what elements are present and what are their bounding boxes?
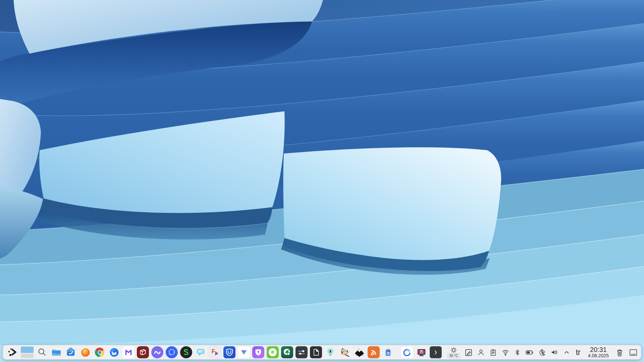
virtual-desktop-pager[interactable] [21, 347, 34, 358]
trash-icon [615, 348, 624, 357]
keyboard-layout-indicator[interactable]: tr [576, 348, 581, 357]
app-gimp[interactable] [339, 346, 351, 358]
proton-mail-icon [123, 347, 134, 358]
app-zeal[interactable] [324, 346, 336, 358]
lightbulb-icon [325, 347, 336, 358]
app-sd-card-imager[interactable] [382, 346, 394, 358]
app-thunderbird[interactable] [108, 346, 120, 358]
temperature-badge: 30 °C [447, 353, 460, 358]
app-spectacle[interactable] [415, 346, 427, 358]
f-letter: F [212, 348, 215, 355]
chrome-blue-center [98, 351, 101, 354]
discover-bag-icon [65, 347, 76, 358]
application-launcher-icon [7, 347, 18, 358]
app-red-box-notes[interactable] [137, 346, 149, 358]
screenshot-monitor-icon [416, 347, 427, 358]
clock-widget[interactable]: 20:31 4.08.2025 [588, 346, 609, 358]
clock-date: 4.08.2025 [588, 353, 609, 358]
app-green-e[interactable]: e [267, 346, 279, 358]
app-krunner-search[interactable] [36, 346, 48, 358]
app-purple-wave-messenger[interactable] [151, 346, 163, 358]
battery-icon [525, 348, 534, 357]
inkscape-diamond-icon [354, 347, 365, 358]
file-manager-folder-icon [50, 346, 62, 358]
pager-desktop-thumbnail [21, 347, 34, 353]
pinned-apps: F [6, 346, 442, 358]
tray-annotation-notes[interactable] [464, 348, 473, 357]
app-chrome[interactable] [94, 346, 106, 358]
volume-icon [550, 348, 558, 356]
app-discover[interactable] [65, 346, 77, 358]
e-circle-icon: e [269, 348, 277, 356]
app-f-store[interactable]: F [209, 346, 221, 358]
clipboard-icon [489, 349, 497, 356]
proton-pass-shield-lock-icon [253, 347, 264, 358]
wave-glyph-icon [152, 347, 163, 358]
tray-expander[interactable] [563, 349, 571, 356]
rss-icon [368, 347, 379, 358]
app-konsole[interactable]: ❯ [430, 346, 442, 358]
tray-night-color[interactable] [538, 348, 546, 356]
app-dolphin[interactable] [50, 346, 62, 358]
tray-bluetooth[interactable] [514, 349, 521, 356]
app-organic-maps[interactable] [281, 346, 293, 358]
app-signal[interactable] [166, 346, 178, 358]
libreoffice-document-icon [310, 347, 322, 358]
proton-vpn-triangle-icon [238, 347, 250, 358]
sd-card-icon [382, 347, 394, 358]
tray-user[interactable] [477, 348, 485, 356]
taskbar-panel: F [3, 345, 641, 360]
app-bitwarden[interactable] [223, 346, 235, 358]
app-firefox[interactable] [79, 346, 91, 358]
annotation-square-pencil-icon [464, 348, 473, 357]
sliders-icon [296, 347, 307, 358]
chrome-icon [95, 348, 104, 357]
pager-empty-area [21, 354, 34, 358]
chat-bubbles-icon [195, 347, 206, 358]
chevron-up-icon [563, 349, 571, 356]
app-launcher[interactable] [6, 346, 18, 358]
show-desktop-button[interactable] [629, 348, 638, 357]
tray-clipboard[interactable] [489, 349, 497, 356]
tray-volume[interactable] [550, 348, 558, 356]
session-s-icon [180, 347, 192, 358]
system-tray: 30 °C [447, 346, 638, 358]
app-libreoffice[interactable] [310, 346, 322, 358]
app-proton-pass[interactable] [252, 346, 264, 358]
night-color-moon-bulb-icon [538, 348, 546, 356]
tray-network-wifi[interactable] [501, 348, 509, 356]
app-rss-reader[interactable] [368, 346, 380, 358]
bluetooth-icon [514, 349, 521, 356]
wifi-icon [501, 348, 509, 356]
search-icon [37, 347, 47, 358]
signal-bubble-icon [166, 347, 177, 358]
chrome-white-ring [98, 350, 102, 355]
app-proton-vpn[interactable] [238, 346, 250, 358]
firefox-icon [80, 347, 91, 358]
tray-battery[interactable] [525, 348, 534, 357]
e-letter: e [271, 349, 274, 355]
app-session[interactable] [180, 346, 192, 358]
tray-weather-widget[interactable]: 30 °C [447, 347, 460, 358]
show-desktop-icon [629, 348, 638, 357]
app-chat-messenger[interactable] [195, 346, 207, 358]
terminal-prompt-glyph: ❯ [434, 349, 437, 355]
app-sync-swirl[interactable] [401, 346, 413, 358]
organic-maps-leaf-pin-icon [281, 347, 293, 358]
tray-trash[interactable] [615, 348, 624, 357]
app-proton-mail[interactable] [122, 346, 135, 358]
thunderbird-icon [109, 347, 120, 358]
bitwarden-shield-icon [224, 347, 235, 358]
wallpaper-graphic [0, 0, 644, 362]
clock-time: 20:31 [590, 346, 607, 353]
red-box-app-icon [137, 347, 149, 358]
desktop[interactable]: F [0, 0, 644, 362]
app-inkscape[interactable] [353, 346, 365, 358]
blue-swirl-icon [401, 347, 413, 358]
user-icon [477, 348, 485, 356]
app-flatseal[interactable] [296, 346, 308, 358]
gimp-wilber-icon [339, 347, 351, 358]
